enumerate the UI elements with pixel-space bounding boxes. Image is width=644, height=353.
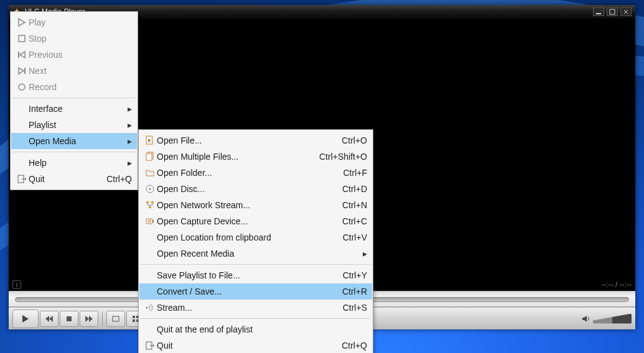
menu-separator: [141, 264, 371, 265]
menu-item-interface[interactable]: Interface▸: [11, 101, 137, 117]
menu-item-shortcut: Ctrl+V: [343, 232, 367, 242]
menu-item-shortcut: Ctrl+O: [342, 135, 367, 145]
menu-item-play: Play: [11, 14, 137, 30]
time-elapsed: --:--: [601, 280, 613, 289]
submenu-arrow-icon: ▸: [126, 136, 132, 146]
svg-rect-34: [151, 201, 154, 203]
menu-item-open-media[interactable]: Open Media▸: [11, 133, 137, 149]
menu-item-stream[interactable]: Stream...Ctrl+S: [139, 300, 372, 316]
menu-item-label: Open Capture Device...: [157, 216, 330, 226]
menu-item-label: Interface: [29, 104, 126, 114]
close-button[interactable]: [620, 7, 632, 16]
menu-item-label: Save Playlist to File...: [157, 270, 330, 280]
menu-item-label: Open File...: [157, 135, 329, 145]
menu-item-open-disc[interactable]: Open Disc...Ctrl+D: [139, 181, 372, 197]
svg-marker-23: [19, 68, 24, 74]
menu-item-shortcut: Ctrl+F: [343, 168, 368, 178]
stream-icon: [143, 302, 157, 313]
svg-rect-10: [113, 316, 119, 321]
menu-separator: [12, 152, 136, 152]
svg-point-32: [149, 188, 151, 190]
separator: [102, 311, 103, 326]
blank-icon: [143, 232, 157, 243]
context-menu: PlayStopPreviousNextRecordInterface▸Play…: [10, 11, 138, 190]
seek-fwd-button[interactable]: [80, 311, 98, 327]
menu-item-open-capture-device[interactable]: Open Capture Device...Ctrl+C: [139, 213, 372, 229]
svg-marker-6: [49, 316, 53, 322]
menu-item-shortcut: Ctrl+Shift+O: [319, 152, 367, 162]
svg-rect-36: [146, 219, 152, 224]
menu-item-label: Open Network Stream...: [157, 200, 330, 210]
menu-separator: [141, 318, 371, 319]
menu-item-playlist[interactable]: Playlist▸: [11, 117, 137, 133]
menu-separator: [12, 98, 136, 98]
menu-item-next: Next: [11, 63, 137, 79]
blank-icon: [143, 324, 157, 335]
svg-rect-1: [610, 9, 615, 14]
volume-slider[interactable]: [593, 314, 632, 324]
fullscreen-button[interactable]: [106, 311, 125, 327]
svg-rect-38: [152, 220, 154, 222]
submenu-arrow-icon: ▸: [126, 120, 132, 130]
svg-rect-30: [146, 154, 152, 160]
menu-item-label: Open Folder...: [157, 168, 331, 178]
menu-item-label: Next: [29, 66, 132, 76]
info-icon[interactable]: i: [12, 280, 21, 289]
menu-item-shortcut: Ctrl+R: [342, 287, 367, 296]
files-icon: [143, 151, 157, 162]
menu-item-label: Record: [29, 82, 132, 92]
blank-icon: [15, 119, 29, 131]
svg-rect-0: [596, 13, 601, 14]
minimize-button[interactable]: [593, 7, 604, 16]
stop-button[interactable]: [60, 311, 78, 327]
menu-item-shortcut: Ctrl+N: [342, 200, 367, 210]
submenu-arrow-icon: ▸: [126, 104, 132, 114]
menu-item-open-network-stream[interactable]: Open Network Stream...Ctrl+N: [139, 197, 372, 213]
svg-marker-28: [148, 139, 151, 142]
svg-rect-35: [149, 206, 151, 208]
svg-marker-19: [19, 19, 25, 26]
menu-item-previous: Previous: [11, 47, 137, 63]
svg-marker-22: [20, 52, 25, 58]
svg-rect-11: [133, 316, 135, 318]
menu-item-help[interactable]: Help▸: [11, 155, 137, 171]
menu-item-open-recent-media[interactable]: Open Recent Media▸: [139, 245, 372, 262]
menu-item-open-multiple-files[interactable]: Open Multiple Files...Ctrl+Shift+O: [139, 149, 372, 165]
menu-item-label: Stream...: [157, 303, 330, 313]
svg-rect-33: [146, 201, 149, 203]
folder-icon: [143, 167, 157, 178]
svg-marker-4: [22, 315, 29, 323]
svg-marker-18: [582, 316, 587, 322]
blank-icon: [143, 248, 157, 259]
menu-item-quit[interactable]: QuitCtrl+Q: [11, 171, 137, 187]
seek-back-button[interactable]: [40, 311, 58, 327]
blank-icon: [143, 270, 157, 281]
menu-item-convert-save[interactable]: Convert / Save...Ctrl+R: [139, 283, 372, 300]
mute-button[interactable]: [581, 313, 592, 324]
menu-item-label: Open Location from clipboard: [157, 232, 330, 242]
svg-point-25: [19, 84, 25, 90]
svg-marker-9: [89, 316, 93, 322]
prev-outline-icon: [15, 49, 29, 60]
next-outline-icon: [15, 65, 29, 76]
blank-icon: [15, 135, 29, 147]
menu-item-label: Help: [29, 158, 126, 168]
menu-item-label: Quit: [29, 174, 94, 184]
menu-item-shortcut: Ctrl+Y: [343, 270, 367, 280]
menu-item-save-playlist-to-file[interactable]: Save Playlist to File...Ctrl+Y: [139, 267, 372, 283]
menu-item-quit[interactable]: QuitCtrl+Q: [139, 337, 372, 353]
menu-item-shortcut: Ctrl+D: [342, 184, 367, 194]
file-play-icon: [143, 135, 157, 146]
play-outline-icon: [15, 17, 29, 28]
svg-rect-20: [19, 35, 25, 42]
play-button[interactable]: [12, 309, 39, 328]
menu-item-shortcut: Ctrl+C: [342, 216, 367, 226]
menu-item-open-folder[interactable]: Open Folder...Ctrl+F: [139, 165, 372, 181]
menu-item-quit-at-the-end-of-playlist[interactable]: Quit at the end of playlist: [139, 321, 372, 337]
maximize-button[interactable]: [607, 7, 618, 16]
svg-marker-5: [45, 316, 49, 322]
svg-rect-7: [67, 316, 72, 321]
menu-item-open-location-from-clipboard[interactable]: Open Location from clipboardCtrl+V: [139, 229, 372, 245]
menu-item-open-file[interactable]: Open File...Ctrl+O: [139, 132, 372, 149]
menu-item-record: Record: [11, 79, 137, 95]
